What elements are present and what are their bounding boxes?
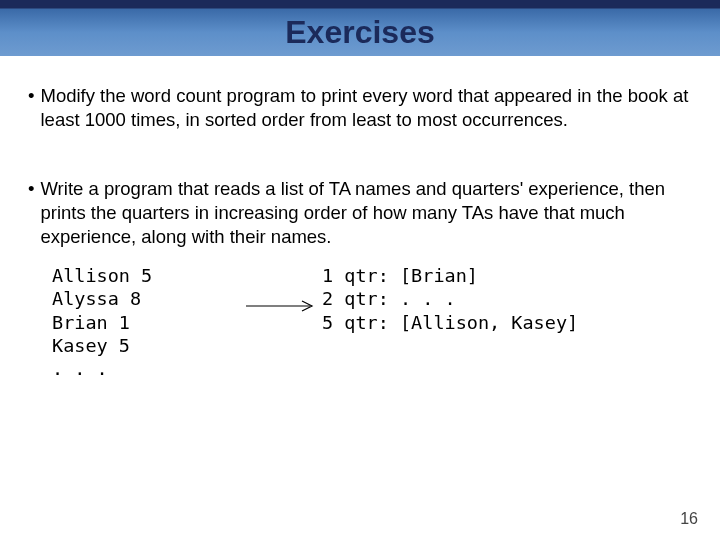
slide-title: Exercises [285,14,434,51]
example-columns: Allison 5 Alyssa 8 Brian 1 Kasey 5 . . .… [24,264,696,380]
bullet-dot: • [24,177,40,248]
top-strip [0,0,720,8]
arrow-container [252,264,322,380]
page-number: 16 [680,510,698,528]
bullet-item: • Write a program that reads a list of T… [24,177,696,248]
bullet-dot: • [24,84,40,131]
bullet-text: Modify the word count program to print e… [40,84,696,131]
title-bar: Exercises [0,8,720,56]
example-output: 1 qtr: [Brian] 2 qtr: . . . 5 qtr: [Alli… [322,264,696,380]
content-area: • Modify the word count program to print… [0,56,720,380]
bullet-item: • Modify the word count program to print… [24,84,696,131]
bullet-text: Write a program that reads a list of TA … [40,177,696,248]
arrow-icon [244,298,322,314]
example-input: Allison 5 Alyssa 8 Brian 1 Kasey 5 . . . [52,264,252,380]
